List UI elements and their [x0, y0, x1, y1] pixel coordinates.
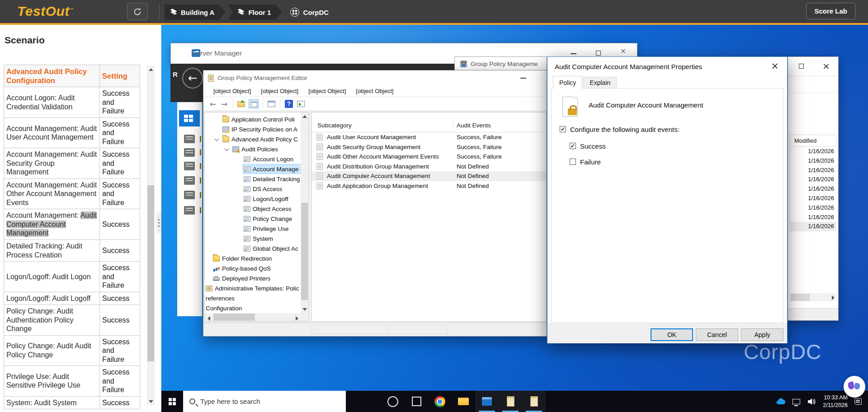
- tree-item[interactable]: Advanced Audit Policy C: [205, 134, 301, 144]
- properties-icon[interactable]: [268, 101, 275, 107]
- tree-horizontal-scrollbar[interactable]: [205, 313, 301, 321]
- panel-resize-handle[interactable]: [156, 212, 161, 233]
- configure-checkbox[interactable]: ✓: [560, 126, 566, 132]
- option-checkbox[interactable]: ✓: [570, 159, 576, 165]
- breadcrumb-machine[interactable]: CorpDC: [290, 8, 329, 17]
- chevron-down-icon[interactable]: [214, 136, 220, 142]
- dashboard-tile-icon[interactable]: [179, 110, 200, 126]
- tree-item[interactable]: IP Security Policies on A: [205, 124, 301, 134]
- scroll-down-arrow[interactable]: [147, 398, 155, 405]
- modified-column-header[interactable]: Modified: [790, 135, 836, 147]
- menu-item[interactable]: [object Object]: [256, 88, 303, 94]
- chevron-down-icon[interactable]: [224, 146, 230, 152]
- gpme-title-bar[interactable]: Group Policy Management Editor: [203, 70, 547, 85]
- tree-item[interactable]: Detailed Tracking: [205, 174, 301, 184]
- taskbar-app-icon[interactable]: [522, 391, 546, 412]
- scroll-down-arrow[interactable]: [301, 305, 308, 313]
- close-icon[interactable]: ×: [822, 61, 830, 70]
- subcategory-column-header[interactable]: Subcategory: [317, 122, 352, 129]
- list-item[interactable]: 1/16/2026: [790, 222, 836, 231]
- list-item[interactable]: 1/16/2026: [790, 156, 836, 166]
- minimize-icon[interactable]: [571, 53, 576, 54]
- help-icon[interactable]: ?: [285, 100, 293, 108]
- close-icon[interactable]: ×: [768, 60, 782, 72]
- scrollbar-thumb[interactable]: [147, 185, 154, 361]
- panel-scrollbar[interactable]: [147, 66, 155, 405]
- scroll-up-arrow[interactable]: [147, 66, 155, 73]
- refresh-button[interactable]: [127, 3, 148, 20]
- all-servers-icon[interactable]: [184, 148, 195, 157]
- tree-item[interactable]: Account Logon: [205, 154, 301, 164]
- audit-events-column-header[interactable]: Audit Events: [457, 122, 491, 129]
- back-button[interactable]: ←: [182, 68, 203, 89]
- scrollbar-thumb[interactable]: [301, 203, 308, 300]
- taskbar-app-icon[interactable]: [452, 391, 475, 412]
- tree-item[interactable]: references: [205, 293, 301, 303]
- taskbar-clock[interactable]: 10:33 AM 2/11/2026: [823, 394, 848, 409]
- list-item[interactable]: Audit User Account Management Success, F…: [312, 132, 546, 142]
- volume-icon[interactable]: [807, 398, 816, 405]
- dialog-button[interactable]: Apply: [741, 328, 783, 341]
- forward-icon[interactable]: →: [219, 99, 229, 108]
- back-icon[interactable]: ←: [208, 99, 218, 108]
- export-list-icon[interactable]: [297, 101, 305, 107]
- print-services-icon[interactable]: [184, 206, 195, 215]
- ad-icon[interactable]: [184, 176, 195, 185]
- tree-item[interactable]: Object Access: [205, 204, 301, 214]
- taskbar-app-icon[interactable]: [475, 391, 499, 412]
- tree-item[interactable]: Folder Redirection: [205, 253, 301, 263]
- tree-item[interactable]: Policy-based QoS: [205, 263, 301, 273]
- taskbar-app-icon[interactable]: [381, 391, 405, 412]
- tree-item[interactable]: DS Access: [205, 184, 301, 194]
- taskbar-app-icon[interactable]: [499, 391, 522, 412]
- onedrive-icon[interactable]: [776, 398, 786, 405]
- list-item[interactable]: 1/16/2026: [790, 175, 836, 184]
- list-item[interactable]: Audit Application Group Management Not D…: [312, 181, 546, 191]
- list-item[interactable]: 1/16/2026: [790, 166, 836, 175]
- list-item[interactable]: Audit Other Account Management Events Su…: [312, 152, 546, 162]
- tree-item[interactable]: Policy Change: [205, 214, 301, 224]
- taskbar-app-icon[interactable]: [428, 391, 452, 412]
- list-item[interactable]: Audit Distribution Group Management Not …: [312, 162, 546, 172]
- maximize-icon[interactable]: [596, 51, 601, 56]
- dialog-button[interactable]: OK: [651, 328, 693, 341]
- score-lab-button[interactable]: Score Lab: [806, 3, 855, 19]
- dialog-button[interactable]: Cancel: [696, 328, 738, 341]
- tree-item[interactable]: System: [205, 234, 301, 243]
- menu-item[interactable]: [object Object]: [303, 88, 351, 94]
- option-checkbox[interactable]: ✓: [570, 143, 576, 149]
- start-button[interactable]: [161, 391, 183, 412]
- tree-item[interactable]: Configuration: [205, 303, 301, 313]
- file-storage-icon[interactable]: [184, 191, 195, 199]
- tab[interactable]: Policy: [553, 76, 582, 89]
- close-icon[interactable]: ×: [620, 48, 626, 55]
- scroll-right-arrow[interactable]: [830, 295, 836, 300]
- breadcrumb-building[interactable]: Building A: [165, 5, 225, 20]
- tree-vertical-scrollbar[interactable]: [301, 112, 308, 313]
- local-server-icon[interactable]: [184, 135, 195, 143]
- menu-item[interactable]: [object Object]: [351, 88, 398, 94]
- action-center-icon[interactable]: [854, 398, 862, 405]
- tree-item[interactable]: Privilege Use: [205, 224, 301, 234]
- tree-item[interactable]: Logon/Logoff: [205, 194, 301, 204]
- search-input[interactable]: Type here to search: [183, 391, 346, 412]
- list-item[interactable]: Audit Security Group Management Success,…: [312, 142, 546, 152]
- assistant-button[interactable]: [844, 376, 865, 398]
- tree-item[interactable]: Administrative Templates: Polic: [205, 283, 301, 293]
- tree-item[interactable]: Account Manage: [205, 164, 301, 174]
- list-item[interactable]: 1/16/2026: [790, 203, 836, 213]
- up-one-level-icon[interactable]: [237, 101, 245, 107]
- list-item[interactable]: 1/16/2026: [790, 194, 836, 203]
- list-item[interactable]: 1/16/2026: [790, 147, 836, 156]
- tree-item[interactable]: Deployed Printers: [205, 273, 301, 283]
- taskbar-app-icon[interactable]: [405, 391, 428, 412]
- show-console-tree-icon[interactable]: [249, 99, 259, 108]
- services-icon[interactable]: [184, 162, 195, 170]
- scroll-up-arrow[interactable]: [301, 112, 308, 120]
- minimize-icon[interactable]: [520, 78, 526, 79]
- list-item[interactable]: 1/16/2026: [790, 184, 836, 194]
- tree-item[interactable]: Audit Policies: [205, 144, 301, 154]
- scroll-left-arrow[interactable]: [205, 314, 212, 322]
- gpm-horizontal-scrollbar[interactable]: [790, 293, 836, 301]
- menu-item[interactable]: [object Object]: [208, 88, 256, 94]
